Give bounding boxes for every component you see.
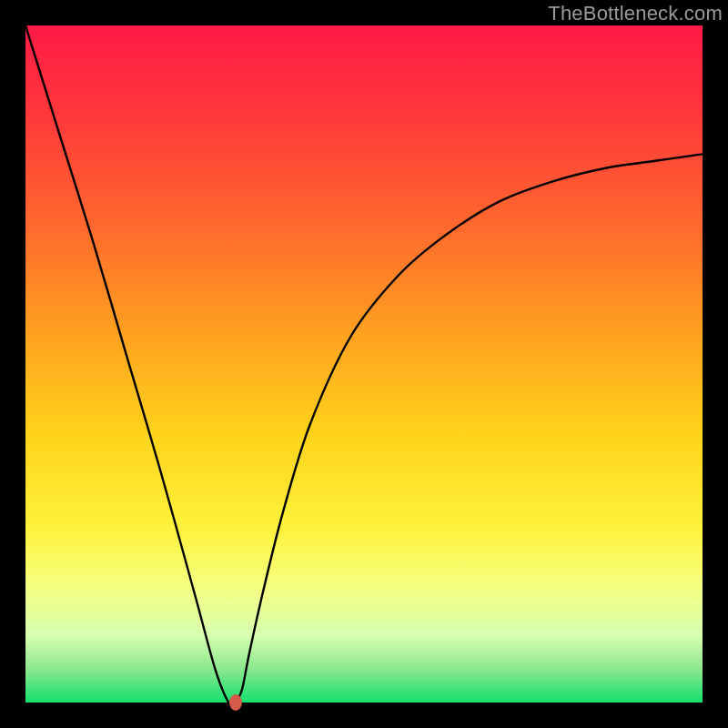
plot-area	[25, 25, 703, 703]
bottleneck-curve	[25, 25, 703, 703]
optimum-marker	[229, 694, 242, 711]
curve-path	[25, 25, 703, 703]
watermark-text: TheBottleneck.com	[548, 2, 723, 25]
chart-frame: TheBottleneck.com	[0, 0, 728, 728]
